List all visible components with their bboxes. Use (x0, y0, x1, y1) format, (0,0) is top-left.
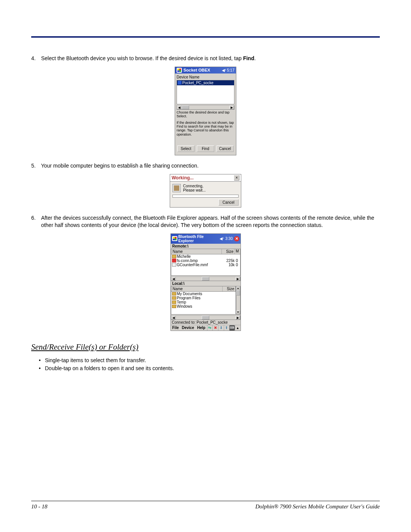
table-row[interactable]: My Documents (171, 292, 236, 296)
table-row[interactable]: Windows (171, 304, 236, 308)
clock: 5:17 (227, 68, 234, 72)
find-button[interactable]: Find (197, 145, 214, 152)
local-vscrollbar[interactable]: ▲ ▼ (236, 286, 241, 315)
scroll-left-icon[interactable]: ◀ (177, 105, 182, 109)
bt-titlebar: Bluetooth File Explorer ◀ᵋ 3:30 ✕ (171, 234, 241, 244)
file-name: Windows (177, 304, 193, 308)
menu-help[interactable]: Help (196, 325, 207, 330)
step-5: 5. Your mobile computer begins to establ… (31, 162, 380, 169)
device-list[interactable]: Pocket_PC_socke (177, 80, 234, 104)
scroll-thumb[interactable] (202, 316, 209, 320)
menu-device[interactable]: Device (180, 325, 196, 330)
file-size (222, 254, 235, 259)
scroll-down-icon[interactable]: ▼ (236, 310, 240, 314)
footer-title: Dolphin® 7900 Series Mobile Computer Use… (255, 503, 380, 510)
col-name[interactable]: Name (171, 249, 222, 254)
select-button[interactable]: Select (177, 145, 194, 152)
table-row[interactable]: fs-conn.bmp 225k 0 (171, 259, 240, 263)
table-row[interactable]: Program Files (171, 296, 236, 300)
working-cancel-button[interactable]: Cancel (218, 199, 239, 206)
connecting-line1: Connecting, (183, 184, 203, 188)
figure-1: Socket OBEX ◀ᵋ 5:17 Device Name Pocket_P… (31, 67, 380, 155)
remote-hscrollbar[interactable]: ◀ ▶ (171, 276, 241, 281)
put-icon[interactable]: ⬆ (224, 325, 229, 331)
bottom-toolbar: File Device Help ⇆ ✖ ⬇ ⬆ ⌨ ▴ (171, 325, 241, 331)
file-m: 0 (235, 263, 239, 267)
speaker-icon[interactable]: ◀ᵋ (220, 236, 224, 241)
local-table-header: Name Size (171, 286, 236, 292)
bmp-file-icon (172, 259, 176, 262)
scroll-left-icon[interactable]: ◀ (171, 316, 176, 320)
top-rule (31, 36, 380, 38)
local-hscrollbar[interactable]: ◀ ▶ (171, 315, 241, 320)
folder-icon (172, 296, 176, 300)
local-pane[interactable]: My Documents Program Files Temp Windows (171, 292, 236, 315)
speaker-icon[interactable]: ◀ᵋ (222, 68, 226, 72)
start-flag-icon[interactable] (177, 68, 182, 73)
scroll-up-icon[interactable]: ▲ (236, 286, 240, 290)
get-icon[interactable]: ⬇ (218, 325, 224, 331)
keyboard-icon[interactable]: ⌨ (229, 325, 235, 331)
page-footer: 10 - 18 Dolphin® 7900 Series Mobile Comp… (31, 501, 380, 510)
start-flag-icon[interactable] (172, 236, 177, 241)
table-row[interactable]: GCounterFile.mmf 10k 0 (171, 263, 240, 267)
step6-text: After the devices successfully connect, … (41, 214, 379, 229)
hscrollbar[interactable]: ◀ ▶ (177, 105, 234, 110)
close-icon[interactable]: × (234, 175, 239, 181)
scroll-track[interactable] (189, 105, 229, 109)
sip-arrow-icon[interactable]: ▴ (235, 325, 241, 331)
scroll-right-icon[interactable]: ▶ (236, 316, 240, 320)
scroll-track[interactable] (209, 316, 236, 320)
col-m[interactable]: M (235, 249, 240, 254)
titlebar: Socket OBEX ◀ᵋ 5:17 (175, 67, 236, 73)
menu-file[interactable]: File (171, 325, 180, 330)
device-connect-icon (172, 184, 181, 192)
folder-icon (172, 305, 176, 308)
device-item-label: Pocket_PC_socke (182, 81, 213, 85)
folder-icon (172, 255, 176, 258)
cancel-button[interactable]: Cancel (217, 145, 234, 152)
transfer-icon[interactable]: ⇆ (207, 325, 213, 331)
file-m: 0 (235, 259, 239, 263)
remote-label: Remote:\ (171, 244, 241, 249)
scroll-right-icon[interactable]: ▶ (229, 105, 234, 109)
scroll-right-icon[interactable]: ▶ (236, 277, 240, 281)
step4-number: 4. (31, 55, 40, 62)
scroll-track[interactable] (176, 277, 202, 281)
col-name[interactable]: Name (171, 286, 223, 291)
titlebar-right: ◀ᵋ 5:17 (222, 68, 234, 72)
scroll-track[interactable] (176, 316, 202, 320)
connecting-text: Connecting, Please wait... (183, 184, 206, 192)
device-name-label: Device Name (177, 75, 234, 79)
folder-icon (172, 292, 176, 296)
scroll-thumb[interactable] (202, 277, 209, 281)
scroll-left-icon[interactable]: ◀ (171, 277, 176, 281)
hint-line-2: If the desired device is not shown, tap … (177, 121, 234, 136)
file-size: 225k (222, 259, 235, 263)
table-row[interactable]: Temp (171, 300, 236, 304)
remote-pane[interactable]: Michelle fs-conn.bmp 225k 0 GCounterFile… (171, 254, 241, 276)
step4-bold: Find (243, 55, 255, 61)
scroll-track[interactable] (209, 277, 236, 281)
table-row[interactable]: Michelle (171, 254, 240, 259)
scroll-thumb[interactable] (182, 105, 189, 109)
scroll-track[interactable] (236, 296, 240, 310)
folder-icon (172, 300, 176, 304)
col-size[interactable]: Size (222, 249, 235, 254)
progress-bar (172, 195, 239, 198)
delete-icon[interactable]: ✖ (212, 325, 218, 331)
bt-window-title: Bluetooth File Explorer (178, 235, 219, 243)
bluetooth-icon (178, 81, 182, 85)
device-item-selected[interactable]: Pocket_PC_socke (177, 80, 234, 85)
step5-number: 5. (31, 162, 40, 169)
step5-text: Your mobile computer begins to establish… (41, 163, 199, 169)
close-icon[interactable]: ✕ (234, 236, 239, 241)
scroll-thumb[interactable] (236, 290, 240, 296)
col-size[interactable]: Size (223, 286, 236, 291)
file-name: Temp (177, 300, 186, 304)
file-name: Michelle (177, 254, 191, 259)
step-4: 4. Select the Bluetooth device you wish … (31, 55, 380, 62)
working-title: Working... (172, 175, 194, 181)
step4-text-post: . (254, 55, 256, 61)
hint-line-1: Choose the desired device and tap Select… (177, 110, 234, 118)
